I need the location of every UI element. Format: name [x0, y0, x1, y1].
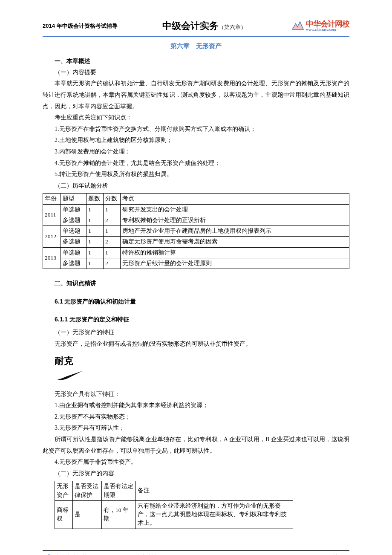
cell-score: 2 — [104, 215, 121, 225]
footer-divider — [43, 550, 349, 551]
header-subject-main: 中级会计实务 — [162, 20, 219, 31]
cell-point: 确定无形资产使用寿命需考虑的因素 — [121, 237, 349, 247]
table-header-row: 年份 题型 题数 分数 考点 — [43, 194, 349, 204]
focus-item-3: 3.内部研发费用的会计处理； — [43, 146, 349, 158]
table-row: 2012 单选题 1 1 房地产开发企业用于在建商品房的土地使用权的报表列示 — [43, 226, 349, 237]
cell-count: 1 — [86, 237, 104, 247]
cell-count: 1 — [86, 204, 104, 215]
cell-legal: 是 — [73, 500, 102, 529]
identifiability-explain: 所谓可辨认性是指该资产能够脱离企业单独存在，比如专利权，A 企业可以用，B 企业… — [43, 434, 349, 457]
feature-3: 3.无形资产具有可辨认性； — [55, 422, 349, 434]
feature-4: 4.无形资产属于非货币性资产。 — [43, 457, 349, 468]
footer-url: www.chinaacc.com — [90, 552, 134, 555]
cell-type: 多选题 — [61, 215, 86, 225]
cell-score: 1 — [104, 247, 121, 258]
section2-sub2: （二）无形资产的内容 — [43, 468, 349, 480]
th-point: 考点 — [121, 194, 349, 204]
cell-year: 2012 — [43, 226, 61, 248]
page-header: 2014 年中级会计资格考试辅导 中级会计实务（第六章） 中华会计网校 www.… — [43, 17, 349, 37]
th-legal: 是否受法律保护 — [73, 481, 102, 501]
cell-point: 研究开发支出的会计处理 — [121, 204, 349, 215]
cell-count: 1 — [86, 247, 104, 258]
section2-heading: 二、知识点精讲 — [43, 278, 349, 289]
cell-type: 单选题 — [61, 204, 86, 215]
heading-6-1: 6.1 无形资产的确认和初始计量 — [55, 296, 349, 307]
table-row: 2011 单选题 1 1 研究开发支出的会计处理 — [43, 204, 349, 215]
header-subject: 中级会计实务（第六章） — [162, 17, 246, 35]
cell-score: 1 — [104, 226, 121, 237]
cell-count: 1 — [86, 258, 104, 269]
feature-1: 1.由企业拥有或者控制并能为其带来未来经济利益的资源； — [55, 400, 349, 411]
cell-note: 只有能给企业带来经济利益的，方可作为企业的无形资产，这一点尤其明显地体现在商标权… — [136, 500, 293, 529]
section1-sub1: （一）内容提要 — [43, 67, 349, 78]
table-header-row: 无形资产 是否受法律保护 是否有法定期限 备注 — [55, 481, 293, 501]
features-intro: 无形资产具有以下特征： — [55, 389, 349, 400]
section2-sub1: （一）无形资产的特征 — [43, 327, 349, 338]
intangible-definition: 无形资产，是指企业拥有或者控制的没有实物形态的可辨认非货币性资产。 — [55, 338, 349, 350]
focus-item-5: 5.转让无形资产使用权及所有权的损益归属。 — [43, 169, 349, 180]
cell-count: 1 — [86, 226, 104, 237]
header-subject-chapter: （第六章） — [219, 24, 246, 30]
header-exam-name: 2014 年中级会计资格考试辅导 — [43, 21, 118, 32]
logo-text: 中华会计网校 www.chinaacc.com — [306, 20, 349, 32]
table-row: 2013 单选题 1 1 特许权的摊销额计算 — [43, 247, 349, 258]
th-count: 题数 — [86, 194, 104, 204]
table-row: 多选题 1 2 无形资产后续计量的会计处理原则 — [43, 258, 349, 269]
cell-point: 专利权摊销会计处理的正误辨析 — [121, 215, 349, 225]
page-number: 第 1 页 — [333, 552, 349, 555]
th-type: 题型 — [61, 194, 86, 204]
section1-heading: 一、本章概述 — [43, 55, 349, 67]
th-score: 分数 — [104, 194, 121, 204]
page-footer: 中华会计网校 www.chinaacc.com 版权所有 第 1 页 — [43, 552, 349, 555]
cell-point: 无形资产后续计量的会计处理原则 — [121, 258, 349, 269]
cell-point: 房地产开发企业用于在建商品房的土地使用权的报表列示 — [121, 226, 349, 237]
chapter-title: 第六章 无形资产 — [43, 40, 349, 52]
focus-item-4: 4.无形资产摊销的会计处理，尤其是结合无形资产减值的处理； — [43, 158, 349, 169]
th-year: 年份 — [43, 194, 61, 204]
cell-count: 1 — [86, 215, 104, 225]
footer-site-name: 中华会计网校 — [55, 552, 88, 555]
focus-item-2: 2.土地使用权与地上建筑物的区分核算原则； — [43, 135, 349, 146]
th-note: 备注 — [136, 481, 293, 501]
brand-example-name: 耐克 — [55, 352, 349, 370]
section1-focus-intro: 考生应重点关注如下知识点： — [43, 112, 349, 124]
footer-brand: 中华会计网校 www.chinaacc.com 版权所有 — [43, 552, 159, 555]
swoosh-icon — [55, 371, 84, 381]
cell-score: 2 — [104, 237, 121, 247]
table-row: 多选题 1 2 专利权摊销会计处理的正误辨析 — [43, 215, 349, 225]
cell-score: 2 — [104, 258, 121, 269]
feature-2: 2.无形资产不具有实物形态； — [55, 411, 349, 423]
section1-overview: 本章就无形资产的确认和初始计量、自行研发无形资产期间研发费用的会计处理、无形资产… — [43, 78, 349, 112]
logo-name-cn: 中华会计网校 — [306, 20, 349, 28]
table-row: 商标权 是 有，10 年期 只有能给企业带来经济利益的，方可作为企业的无形资产，… — [55, 500, 293, 529]
cell-type: 多选题 — [61, 258, 86, 269]
cell-name: 商标权 — [55, 500, 73, 529]
cell-year: 2011 — [43, 204, 61, 226]
th-term: 是否有法定期限 — [102, 481, 136, 501]
site-logo: 中华会计网校 www.chinaacc.com — [291, 20, 349, 32]
cell-type: 单选题 — [61, 226, 86, 237]
logo-icon — [291, 21, 304, 31]
section1-sub2: （二）历年试题分析 — [43, 180, 349, 192]
cell-point: 特许权的摊销额计算 — [121, 247, 349, 258]
cell-term: 有，10 年期 — [102, 500, 136, 529]
past-exams-table: 年份 题型 题数 分数 考点 2011 单选题 1 1 研究开发支出的会计处理 … — [43, 193, 349, 269]
logo-url: www.chinaacc.com — [306, 28, 349, 32]
footer-copyright: 版权所有 — [136, 552, 159, 555]
cell-score: 1 — [104, 204, 121, 215]
intangible-content-table: 无形资产 是否受法律保护 是否有法定期限 备注 商标权 是 有，10 年期 只有… — [55, 481, 293, 529]
table-row: 多选题 1 2 确定无形资产使用寿命需考虑的因素 — [43, 237, 349, 247]
focus-item-1: 1.无形资产在非货币性资产交换方式、分期付款购买方式下入账成本的确认； — [43, 124, 349, 135]
cell-type: 单选题 — [61, 247, 86, 258]
heading-6-1-1: 6.1.1 无形资产的定义和特征 — [55, 314, 349, 325]
th-name: 无形资产 — [55, 481, 73, 501]
cell-year: 2013 — [43, 247, 61, 269]
cell-type: 多选题 — [61, 237, 86, 247]
